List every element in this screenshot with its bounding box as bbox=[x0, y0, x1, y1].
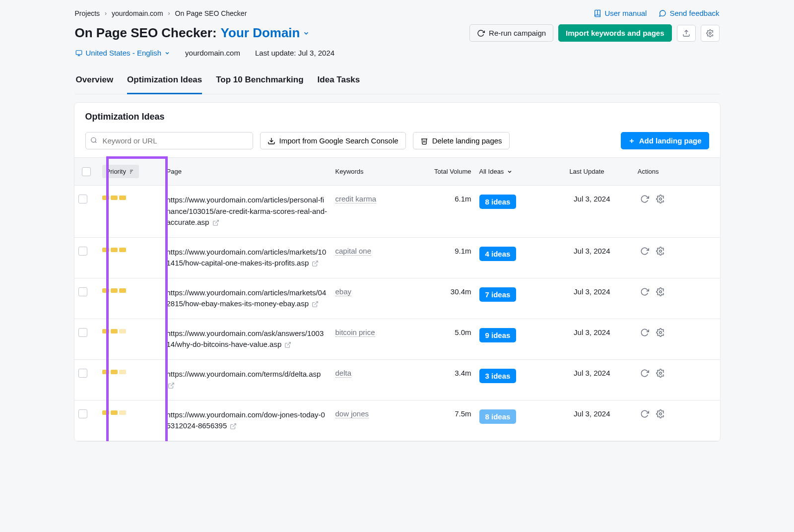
ideas-badge[interactable]: 4 ideas bbox=[479, 247, 517, 261]
meta-last-update: Last update: Jul 3, 2024 bbox=[255, 49, 334, 57]
ideas-badge[interactable]: 3 ideas bbox=[479, 369, 517, 383]
tab-idea-tasks[interactable]: Idea Tasks bbox=[318, 71, 360, 94]
row-last-update: Jul 3, 2024 bbox=[535, 193, 614, 205]
column-priority-sort[interactable]: Priority bbox=[102, 165, 139, 178]
card-title: Optimization Ideas bbox=[85, 112, 709, 122]
external-link-icon bbox=[168, 382, 175, 389]
row-refresh-button[interactable] bbox=[640, 369, 649, 379]
keyword-link[interactable]: capital one bbox=[335, 247, 372, 256]
page-url[interactable]: https://www.yourdomain.com/dow-jones-tod… bbox=[167, 410, 325, 430]
page-title: On Page SEO Checker: Your Domain bbox=[75, 25, 310, 41]
keyword-link[interactable]: delta bbox=[335, 369, 352, 378]
row-checkbox[interactable] bbox=[78, 369, 87, 378]
row-refresh-button[interactable] bbox=[640, 195, 649, 205]
ideas-badge[interactable]: 9 ideas bbox=[479, 328, 517, 342]
svg-line-16 bbox=[315, 261, 318, 264]
keyword-link[interactable]: credit karma bbox=[335, 195, 377, 203]
page-url[interactable]: https://www.yourdomain.com/articles/mark… bbox=[167, 248, 327, 267]
refresh-icon bbox=[477, 29, 485, 37]
add-landing-page-button[interactable]: Add landing page bbox=[621, 132, 709, 149]
priority-indicator bbox=[102, 287, 159, 293]
import-gsc-button[interactable]: Import from Google Search Console bbox=[260, 132, 406, 149]
export-button[interactable] bbox=[677, 25, 696, 42]
delete-landing-pages-button[interactable]: Delete landing pages bbox=[413, 132, 510, 149]
row-refresh-button[interactable] bbox=[640, 328, 649, 338]
locale-dropdown[interactable]: United States - English bbox=[75, 49, 171, 57]
send-feedback-link[interactable]: Send feedback bbox=[659, 9, 719, 17]
table-row: https://www.yourdomain.com/dow-jones-tod… bbox=[74, 400, 720, 441]
row-refresh-button[interactable] bbox=[640, 247, 649, 257]
row-checkbox[interactable] bbox=[78, 287, 87, 296]
tab-top10-benchmarking[interactable]: Top 10 Benchmarking bbox=[216, 71, 303, 94]
keyword-link[interactable]: bitcoin price bbox=[335, 328, 375, 337]
row-refresh-button[interactable] bbox=[640, 409, 649, 420]
row-settings-button[interactable] bbox=[656, 287, 665, 298]
tabs: Overview Optimization Ideas Top 10 Bench… bbox=[75, 71, 720, 94]
external-link-icon bbox=[312, 260, 319, 267]
page-url[interactable]: https://www.yourdomain.com/ask/answers/1… bbox=[167, 329, 324, 349]
row-refresh-button[interactable] bbox=[640, 287, 649, 298]
column-actions: Actions bbox=[614, 166, 669, 177]
search-icon bbox=[90, 136, 97, 145]
search-input[interactable] bbox=[85, 132, 253, 149]
svg-point-2 bbox=[709, 32, 711, 34]
total-volume: 30.4m bbox=[416, 285, 475, 298]
page-url[interactable]: https://www.yourdomain.com/terms/d/delta… bbox=[167, 370, 321, 390]
row-last-update: Jul 3, 2024 bbox=[535, 367, 614, 379]
tab-optimization-ideas[interactable]: Optimization Ideas bbox=[127, 71, 202, 94]
column-all-ideas-dropdown[interactable]: All Ideas bbox=[479, 168, 513, 175]
row-settings-button[interactable] bbox=[656, 409, 665, 420]
row-settings-button[interactable] bbox=[656, 328, 665, 338]
ideas-badge[interactable]: 7 ideas bbox=[479, 287, 517, 302]
total-volume: 9.1m bbox=[416, 245, 475, 257]
chevron-right-icon: › bbox=[105, 10, 107, 17]
meta-domain: yourdomain.com bbox=[185, 49, 240, 57]
row-last-update: Jul 3, 2024 bbox=[535, 407, 614, 420]
row-checkbox[interactable] bbox=[78, 247, 87, 256]
svg-line-22 bbox=[170, 383, 173, 386]
svg-point-6 bbox=[91, 137, 95, 142]
rerun-campaign-button[interactable]: Re-run campaign bbox=[469, 24, 553, 42]
row-settings-button[interactable] bbox=[656, 369, 665, 379]
optimization-ideas-card: Optimization Ideas Import from Google Se… bbox=[74, 102, 721, 442]
breadcrumb-projects[interactable]: Projects bbox=[75, 9, 100, 17]
ideas-badge[interactable]: 8 ideas bbox=[479, 195, 517, 209]
row-settings-button[interactable] bbox=[656, 195, 665, 205]
table-row: https://www.yourdomain.com/articles/mark… bbox=[74, 238, 720, 278]
table-row: https://www.yourdomain.com/ask/answers/1… bbox=[74, 319, 720, 360]
svg-line-7 bbox=[95, 141, 96, 143]
chevron-down-icon bbox=[507, 169, 513, 175]
row-settings-button[interactable] bbox=[656, 247, 665, 257]
total-volume: 7.5m bbox=[416, 407, 475, 420]
settings-button[interactable] bbox=[701, 25, 720, 42]
sort-icon bbox=[129, 169, 135, 175]
column-keywords[interactable]: Keywords bbox=[331, 166, 416, 177]
page-url[interactable]: https://www.yourdomain.com/articles/pers… bbox=[167, 196, 327, 226]
external-link-icon bbox=[230, 423, 237, 430]
column-total-volume[interactable]: Total Volume bbox=[416, 166, 475, 177]
external-link-icon bbox=[312, 301, 319, 308]
tab-overview[interactable]: Overview bbox=[76, 71, 114, 94]
select-all-checkbox[interactable] bbox=[82, 167, 91, 176]
column-page[interactable]: Page bbox=[163, 166, 331, 177]
priority-indicator bbox=[102, 195, 159, 200]
column-last-update[interactable]: Last Update bbox=[535, 166, 614, 177]
title-domain-dropdown[interactable]: Your Domain bbox=[221, 25, 310, 41]
keyword-link[interactable]: dow jones bbox=[335, 409, 369, 418]
external-link-icon bbox=[212, 219, 219, 226]
row-checkbox[interactable] bbox=[78, 195, 87, 203]
row-checkbox[interactable] bbox=[78, 409, 87, 418]
total-volume: 5.0m bbox=[416, 326, 475, 338]
user-manual-link[interactable]: User manual bbox=[594, 9, 647, 17]
priority-indicator bbox=[102, 409, 159, 415]
svg-point-15 bbox=[659, 198, 662, 200]
breadcrumb-domain[interactable]: yourdomain.com bbox=[112, 9, 163, 17]
table-row: https://www.yourdomain.com/articles/pers… bbox=[74, 186, 720, 238]
table-row: https://www.yourdomain.com/articles/mark… bbox=[74, 278, 720, 319]
ideas-badge[interactable]: 8 ideas bbox=[479, 409, 517, 424]
import-keywords-button[interactable]: Import keywords and pages bbox=[558, 24, 671, 42]
row-checkbox[interactable] bbox=[78, 328, 87, 337]
page-url[interactable]: https://www.yourdomain.com/articles/mark… bbox=[167, 288, 327, 308]
keyword-link[interactable]: ebay bbox=[335, 287, 352, 296]
external-link-icon bbox=[284, 341, 291, 348]
